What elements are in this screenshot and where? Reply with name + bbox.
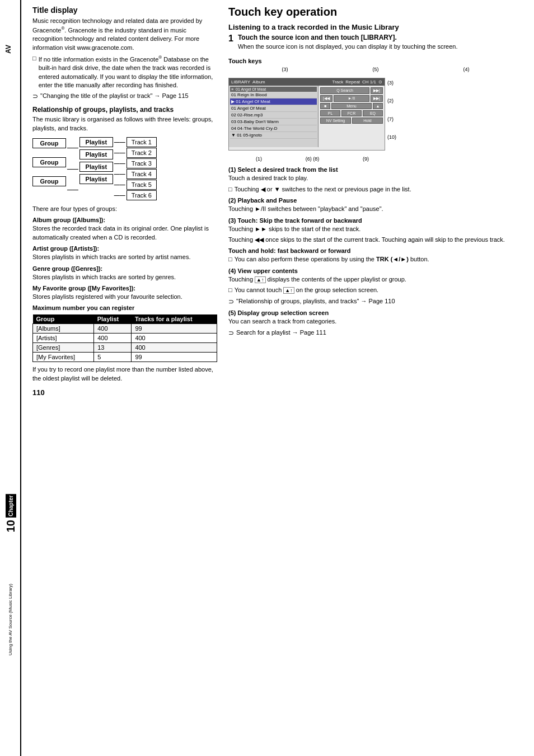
line-4: ── (114, 138, 125, 147)
tki-list-item-4[interactable]: 02 02-Rise.mp3 (230, 112, 317, 119)
search-for-playlist: Search for a playlist → Page 111 (236, 328, 326, 338)
bottom-labels: (1) (6) (8) (9) (234, 156, 391, 162)
item-5-text: You can search a track from categories. (228, 317, 523, 326)
tracks-col: Track 1 Track 2 Track 3 Track 4 Track 5 … (127, 137, 157, 200)
max-register-section: Maximum number you can register Group Pl… (32, 304, 217, 383)
table-row: [Artists] 400 400 (33, 334, 217, 343)
item-5-heading: (5) Display group selection screen (228, 309, 523, 316)
item-5: (5) Display group selection screen You c… (228, 309, 523, 337)
pl-button[interactable]: PL (320, 110, 340, 116)
touch-keys-image: LIBRARY Album Track Repeat CH 1/1 ⊙ (228, 78, 385, 151)
groups-col: Group Group Group (32, 138, 66, 200)
icon-up2: ▲↑ (283, 287, 294, 294)
track-box-3: Track 3 (127, 158, 157, 168)
item-4-heading: (4) View upper contents (228, 267, 523, 274)
bullet-text1: If no title information exists in the Gr… (39, 54, 217, 90)
tki-list-item-3[interactable]: 01 Angel Of Meat (230, 105, 317, 112)
bullet-sym-4: □ (228, 286, 232, 294)
chapter-box: Chapter (6, 494, 16, 518)
sidebar-av-label: AV (4, 45, 12, 54)
tki-spacer (268, 79, 330, 84)
item-2-text: Touching ►/II switches between "playback… (228, 205, 523, 213)
stop-button[interactable]: ■ (320, 103, 330, 109)
touch-keys-label: Touch keys (228, 58, 523, 64)
hold-button[interactable]: Hold (352, 118, 383, 124)
playlists-col: Playlist Playlist Playlist Playlist (79, 137, 113, 200)
left-column: Title display Music recognition technolo… (32, 6, 217, 397)
line-9: ── (114, 191, 125, 200)
bullet-sym-1: □ (228, 185, 232, 194)
main-heading: Touch key operation (228, 6, 523, 18)
label-9-bottom: (9) (363, 156, 369, 162)
fcr-button[interactable]: FCR (341, 110, 362, 116)
right-labels: (3) (2) (7) (10) (387, 73, 396, 146)
genre-group-heading: Genre group ([Genres]): (32, 265, 217, 272)
track-button[interactable]: |◀◀ (320, 95, 332, 102)
main-content: Title display Music recognition technolo… (21, 0, 534, 756)
item-3-text1: Touching ►► skips to the start of the ne… (228, 225, 523, 233)
tki-list-item-1[interactable]: 01 Reign In Blood (230, 92, 317, 98)
item-1-heading: (1) Select a desired track from the list (228, 166, 523, 173)
relationship-intro: The music library is organised as follow… (32, 115, 217, 133)
item-hold: Touch and hold: fast backward or forward… (228, 247, 523, 264)
table-header-tracks: Tracks for a playlist (132, 314, 217, 324)
tki-list-item-6[interactable]: 04 04-The World Cry-D (230, 125, 317, 132)
subheading: Listening to a track recorded in the Mus… (228, 23, 523, 31)
track-box-2: Track 2 (127, 148, 157, 158)
sidebar-using-label: Using the AV Source (Music Library) (8, 584, 13, 655)
max-register-heading: Maximum number you can register (32, 304, 217, 311)
bullet-sym-hold: □ (228, 255, 232, 264)
chapter-number: 10 (4, 520, 17, 532)
arrow-sym-5: ⊃ (228, 328, 234, 338)
tki-list-item-7[interactable]: ▼ 01 05-Ignoto (230, 132, 317, 139)
tki-header: LIBRARY Album Track Repeat CH 1/1 ⊙ (229, 78, 385, 86)
nv-setting-button[interactable]: NV Setting (320, 118, 351, 124)
table-row: [My Favorites] 5 99 (33, 353, 217, 362)
up-button[interactable]: ▲ (373, 103, 383, 109)
skip-fwd-button[interactable]: ▶▶| (371, 87, 383, 94)
group-types-intro: There are four types of groups: (32, 205, 217, 213)
table-cell-pl-2: 400 (94, 334, 132, 343)
page-number: 110 (32, 388, 217, 397)
diagram-row: LIBRARY Album Track Repeat CH 1/1 ⊙ (228, 73, 523, 155)
title-display-para: Music recognition technology and related… (32, 17, 217, 52)
artist-group-text: Stores playlists in which tracks are sor… (32, 253, 217, 261)
track-box-5: Track 5 (127, 180, 157, 190)
touch-keys-diagram-wrapper: (3) (5) (4) LIBRARY Album Track (228, 67, 523, 162)
skip-fwd-btn2[interactable]: ▶▶| (371, 95, 383, 102)
tki-list-item-5[interactable]: 03 03-Baby Don't Warm (230, 119, 317, 125)
item-4-bullet: □ You cannot touch ▲↑ on the group selec… (228, 286, 523, 294)
table-row: [Albums] 400 99 (33, 324, 217, 334)
group-box-3: Group (32, 176, 66, 186)
item-hold-heading: Touch and hold: fast backward or forward (228, 247, 523, 254)
tki-num-icon: ≡ (231, 87, 233, 91)
touch-key-items: (1) Select a desired track from the list… (228, 166, 523, 337)
step-number-1: 1 (228, 34, 233, 53)
tki-list-item-2[interactable]: ▶ 01 Angel Of Meat (230, 98, 317, 105)
arrow-text1: "Changing the title of the playlist or t… (40, 92, 189, 101)
item-3-text2: Touching ◀◀ once skips to the start of t… (228, 236, 523, 244)
myfav-group-heading: My Favorite group ([My Favorites]): (32, 285, 217, 292)
menu-button[interactable]: Menu (331, 103, 372, 109)
eq-button[interactable]: EQ (363, 110, 383, 116)
group-box-2: Group (32, 157, 66, 167)
label-10-right: (10) (387, 134, 396, 140)
line-7: ── (114, 170, 125, 179)
step-1-detail: When the source icon is not displayed, y… (238, 43, 523, 51)
item-2: (2) Playback and Pause Touching ►/II swi… (228, 197, 523, 213)
play-pause-button[interactable]: ►/II (334, 95, 369, 102)
line-2: ── (67, 165, 78, 173)
label-3-top: (3) (282, 67, 288, 72)
top-labels: (3) (5) (4) (240, 67, 512, 72)
album-group-heading: Album group ([Albums]): (32, 217, 217, 223)
item-4-text: Touching ▲↑ displays the contents of the… (228, 275, 523, 284)
tki-controls: Q Search ▶▶| |◀◀ ►/II ▶▶| (318, 86, 385, 147)
playlist-box-2: Playlist (79, 149, 113, 159)
right-column: Touch key operation Listening to a track… (228, 6, 523, 397)
search-button[interactable]: Q Search (320, 87, 369, 94)
label-2-right: (2) (387, 98, 396, 104)
line-6: ── (114, 159, 125, 168)
track-box-1: Track 1 (127, 137, 157, 147)
item-5-arrow: ⊃ Search for a playlist → Page 111 (228, 328, 523, 338)
track-box-6: Track 6 (127, 190, 157, 200)
